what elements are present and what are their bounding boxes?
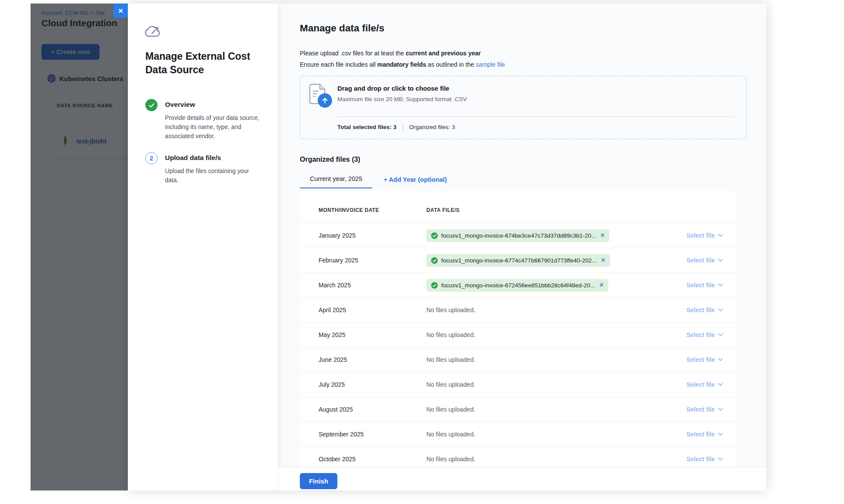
data-source-link[interactable]: test-jbisht <box>76 138 106 145</box>
file-dropzone[interactable]: Drag and drop or click to choose file Ma… <box>300 76 747 139</box>
organized-files-label: Organized files: <box>409 124 450 130</box>
create-new-button[interactable]: + Create new <box>41 44 99 60</box>
chevron-down-icon <box>718 308 723 312</box>
totals-separator <box>403 123 403 131</box>
cloud-export-icon <box>144 24 162 39</box>
step-overview-description: Provide details of your data source, inc… <box>165 114 262 141</box>
divider <box>31 38 128 39</box>
instruction-line-1: Please upload .csv files for at least th… <box>300 50 481 57</box>
total-selected-label: Total selected files: <box>337 124 391 130</box>
month-label: September 2025 <box>319 431 364 438</box>
no-files-text: No files uploaded. <box>426 431 475 438</box>
table-row: June 2025No files uploaded.Select file <box>300 347 737 372</box>
chevron-down-icon <box>718 457 723 461</box>
no-files-text: No files uploaded. <box>426 306 475 313</box>
select-file-dropdown[interactable]: Select file <box>686 306 723 313</box>
tab-add-year[interactable]: + Add Year (optional) <box>372 176 457 188</box>
chevron-down-icon <box>718 432 723 436</box>
manage-data-files-panel: Manage data file/s Please upload .csv fi… <box>278 3 766 467</box>
no-files-text: No files uploaded. <box>426 381 475 388</box>
breadcrumb-account-link[interactable]: Account: CCM-NG <box>41 10 89 16</box>
table-row: August 2025No files uploaded.Select file <box>300 397 737 422</box>
file-name: focusv1_mongo-invoice-6774c477b667901d77… <box>441 257 597 264</box>
table-row: May 2025No files uploaded.Select file <box>300 322 737 347</box>
month-table-body: January 2025focusv1_mongo-invoice-674be3… <box>300 223 737 467</box>
breadcrumb-settings-link[interactable]: Set <box>96 10 105 16</box>
nav-item-label: Kubernetes Clusters <box>59 75 124 82</box>
data-source-card[interactable]: test-jbisht <box>49 125 128 158</box>
monthly-files-table: MONTH/INVOICE DATE DATA FILE/S January 2… <box>300 191 737 467</box>
table-row: April 2025No files uploaded.Select file <box>300 297 737 322</box>
wizard-steps-panel: Manage External Cost Data Source Overvie… <box>128 3 278 490</box>
select-file-dropdown[interactable]: Select file <box>686 356 723 363</box>
file-name: focusv1_mongo-invoice-672456ee851bbb28c6… <box>441 282 595 289</box>
step-number-badge: 2 <box>145 152 158 164</box>
table-row: October 2025No files uploaded.Select fil… <box>300 446 737 467</box>
mongodb-leaf-icon <box>62 136 69 147</box>
select-file-label: Select file <box>686 456 715 463</box>
select-file-label: Select file <box>686 331 715 338</box>
chevron-down-icon <box>718 234 723 237</box>
instruction-bold: current and previous year <box>406 50 481 57</box>
table-row: January 2025focusv1_mongo-invoice-674be3… <box>300 223 737 248</box>
select-file-label: Select file <box>686 431 715 438</box>
total-selected-value: 3 <box>393 124 397 130</box>
select-file-dropdown[interactable]: Select file <box>686 331 723 338</box>
breadcrumb: Account: CCM-NG>Set <box>41 10 105 16</box>
finish-button[interactable]: Finish <box>300 473 337 489</box>
month-label: January 2025 <box>319 232 356 239</box>
remove-file-icon[interactable]: × <box>601 258 605 263</box>
year-tabs: Current year, 2025 + Add Year (optional) <box>300 174 457 188</box>
remove-file-icon[interactable]: × <box>600 233 604 238</box>
month-label: April 2025 <box>319 306 346 313</box>
select-file-dropdown[interactable]: Select file <box>686 232 723 239</box>
select-file-dropdown[interactable]: Select file <box>686 381 723 388</box>
no-files-text: No files uploaded. <box>426 406 475 413</box>
close-button[interactable]: × <box>113 3 128 18</box>
step-complete-check-icon <box>145 99 158 111</box>
select-file-label: Select file <box>686 406 715 413</box>
column-header-data-files: DATA FILE/S <box>426 207 665 213</box>
chevron-down-icon <box>718 259 723 262</box>
dialog-footer: Finish <box>278 467 766 490</box>
month-label: May 2025 <box>319 331 345 338</box>
month-label: March 2025 <box>319 282 351 289</box>
table-row: July 2025No files uploaded.Select file <box>300 372 737 397</box>
sample-file-link[interactable]: sample file <box>476 61 505 68</box>
month-label: October 2025 <box>319 456 356 463</box>
instruction-text: Please upload .csv files for at least th… <box>300 50 406 57</box>
panel-title: Manage data file/s <box>300 23 384 34</box>
screen: Account: CCM-NG>Set Cloud Integration + … <box>0 0 844 504</box>
select-file-dropdown[interactable]: Select file <box>686 431 723 438</box>
select-file-dropdown[interactable]: Select file <box>686 456 723 463</box>
select-file-dropdown[interactable]: Select file <box>686 282 723 289</box>
column-header-month: MONTH/INVOICE DATE <box>300 207 426 213</box>
instruction-bold: mandatory fields <box>377 61 426 68</box>
tab-current-year[interactable]: Current year, 2025 <box>300 175 372 188</box>
column-header-data-source-name: DATA SOURCE NAME <box>57 103 113 108</box>
uploaded-file-chip[interactable]: focusv1_mongo-invoice-672456ee851bbb28c6… <box>426 279 608 292</box>
chevron-down-icon <box>718 383 723 386</box>
step-upload-label: Upload data file/s <box>165 154 221 162</box>
no-files-text: No files uploaded. <box>426 356 475 363</box>
select-file-dropdown[interactable]: Select file <box>686 406 723 413</box>
uploaded-file-chip[interactable]: focusv1_mongo-invoice-674be3ce47c73d37dd… <box>426 229 609 242</box>
remove-file-icon[interactable]: × <box>600 283 604 288</box>
no-files-text: No files uploaded. <box>426 331 475 338</box>
month-label: February 2025 <box>319 257 358 264</box>
select-file-label: Select file <box>686 356 715 363</box>
table-row: March 2025focusv1_mongo-invoice-672456ee… <box>300 272 737 297</box>
upload-arrow-icon <box>318 93 332 108</box>
select-file-dropdown[interactable]: Select file <box>686 257 723 264</box>
dropzone-title: Drag and drop or click to choose file <box>337 85 449 92</box>
uploaded-file-chip[interactable]: focusv1_mongo-invoice-6774c477b667901d77… <box>426 254 610 267</box>
table-header-row: MONTH/INVOICE DATE DATA FILE/S <box>300 191 737 223</box>
month-label: August 2025 <box>319 406 353 413</box>
file-success-check-icon <box>431 282 438 289</box>
manage-data-source-dialog: Manage External Cost Data Source Overvie… <box>128 3 766 490</box>
select-file-label: Select file <box>686 306 715 313</box>
step-overview-label: Overview <box>165 101 195 109</box>
chevron-down-icon <box>718 358 723 361</box>
organized-files-title: Organized files (3) <box>300 156 360 163</box>
nav-kubernetes-clusters[interactable]: Kubernetes Clusters <box>47 74 124 83</box>
